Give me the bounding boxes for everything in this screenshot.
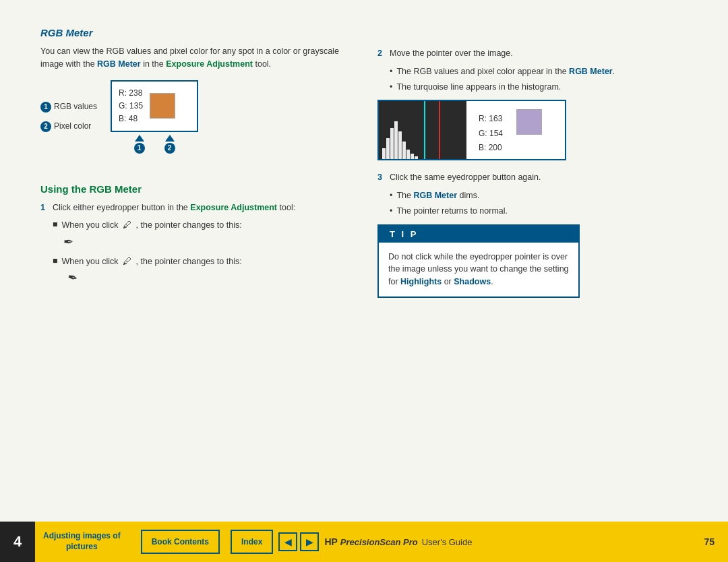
svg-rect-7 <box>398 131 402 159</box>
svg-rect-8 <box>402 142 406 159</box>
rgb-meter-link3[interactable]: RGB Meter <box>413 191 457 200</box>
color-swatch <box>150 93 175 119</box>
arrow-num-1: 1 <box>134 143 145 154</box>
hist-color-swatch <box>516 109 542 135</box>
section-label: Adjusting images of pictures <box>43 531 121 552</box>
step3-bullet-2: • The pointer returns to normal. <box>390 205 688 218</box>
two-column-layout: RGB Meter You can view the RGB values an… <box>40 27 688 298</box>
histogram-values: R: 163 G: 154 B: 200 <box>466 101 547 159</box>
step3-bullet-1: • The RGB Meter dims. <box>390 189 688 202</box>
page-content: RGB Meter You can view the RGB values an… <box>0 0 728 522</box>
pointer-symbol-1: ✒ <box>63 235 351 249</box>
meter-values: R: 238 G: 135 B: 48 <box>119 87 143 126</box>
svg-rect-4 <box>386 138 390 159</box>
bullet-1: ■ When you click 🖊 , the pointer changes… <box>53 218 351 232</box>
eyedropper-icon-1: 🖊 <box>123 218 131 232</box>
brand-hp: HP <box>324 536 337 547</box>
highlights-link[interactable]: Highlights <box>400 277 442 286</box>
svg-rect-6 <box>394 121 398 159</box>
guide-label: User's Guide <box>422 537 473 547</box>
hist-rgb-values: R: 163 G: 154 B: 200 <box>472 106 510 160</box>
svg-rect-9 <box>406 150 410 159</box>
bullet-2: ■ When you click 🖊 , the pointer changes… <box>53 255 351 268</box>
svg-rect-3 <box>382 148 386 159</box>
exposure-adjustment-link[interactable]: Exposure Adjustment <box>166 59 253 69</box>
page-number-right: 75 <box>704 536 715 547</box>
shadows-link[interactable]: Shadows <box>454 277 491 286</box>
book-contents-button[interactable]: Book Contents <box>141 530 220 554</box>
using-section: Using the RGB Meter 1 Click either eyedr… <box>40 183 351 285</box>
product-name: PrecisionScan Pro <box>340 537 418 547</box>
rgb-meter-link2[interactable]: RGB Meter <box>569 67 613 76</box>
meter-box: R: 238 G: 135 B: 48 <box>111 80 198 133</box>
tip-box: T I P Do not click while the eyedropper … <box>377 224 580 298</box>
step-1: 1 Click either eyedropper button in the … <box>40 201 351 214</box>
left-column: RGB Meter You can view the RGB values an… <box>40 27 351 298</box>
right-bullet-1: • The RGB values and pixel color appear … <box>390 65 688 78</box>
tip-body: Do not click while the eyedropper pointe… <box>379 243 578 296</box>
prev-arrow[interactable]: ◀ <box>278 532 297 551</box>
using-title: Using the RGB Meter <box>40 183 351 195</box>
nav-arrows: ◀ ▶ <box>278 532 319 551</box>
step-3: 3 Click the same eyedropper button again… <box>377 171 688 184</box>
rgb-meter-title: RGB Meter <box>40 27 351 38</box>
bottom-nav-bar: 4 Adjusting images of pictures Book Cont… <box>0 522 728 562</box>
next-arrow[interactable]: ▶ <box>300 532 319 551</box>
arrow-num-2: 2 <box>164 143 175 154</box>
histogram-box: R: 163 G: 154 B: 200 <box>377 100 566 160</box>
intro-paragraph: You can view the RGB values and pixel co… <box>40 45 351 71</box>
index-button[interactable]: Index <box>231 530 273 554</box>
histogram-graph <box>379 101 466 159</box>
tip-header: T I P <box>379 226 578 243</box>
pointer-symbol-2: ✒ <box>65 270 79 286</box>
svg-rect-10 <box>411 154 414 159</box>
page-number-left: 4 <box>0 522 35 562</box>
right-bullet-2: • The turquoise line appears in the hist… <box>390 81 688 94</box>
rgb-meter-link1[interactable]: RGB Meter <box>97 59 141 69</box>
exposure-link2[interactable]: Exposure Adjustment <box>190 203 277 212</box>
step-2: 2 Move the pointer over the image. <box>377 47 688 60</box>
svg-rect-5 <box>390 128 394 159</box>
eyedropper-icon-2: 🖊 <box>123 255 131 268</box>
right-column: 2 Move the pointer over the image. • The… <box>377 27 688 298</box>
rgb-labels: 1RGB values 2Pixel color <box>40 100 97 134</box>
rgb-meter-diagram: 1RGB values 2Pixel color R: 238 G: 135 B… <box>40 80 351 154</box>
svg-rect-11 <box>415 156 418 159</box>
